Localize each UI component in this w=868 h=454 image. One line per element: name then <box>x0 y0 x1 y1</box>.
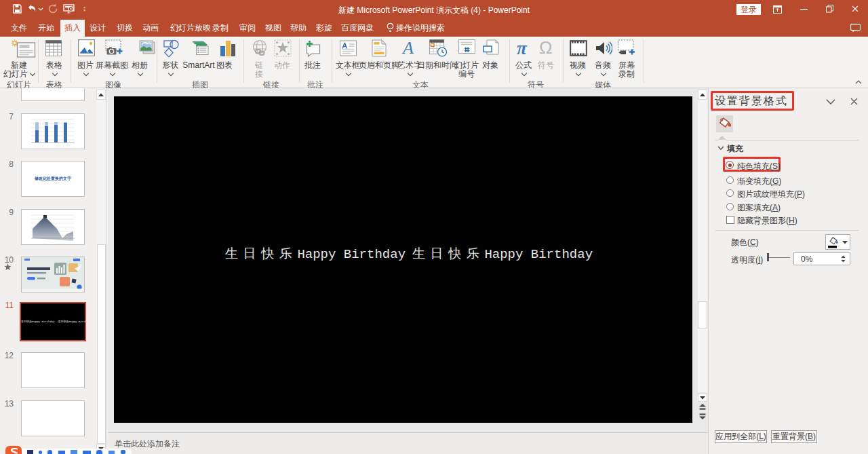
svg-text:π: π <box>517 39 528 58</box>
svg-text:Ω: Ω <box>539 39 552 58</box>
svg-text:A: A <box>401 39 414 57</box>
